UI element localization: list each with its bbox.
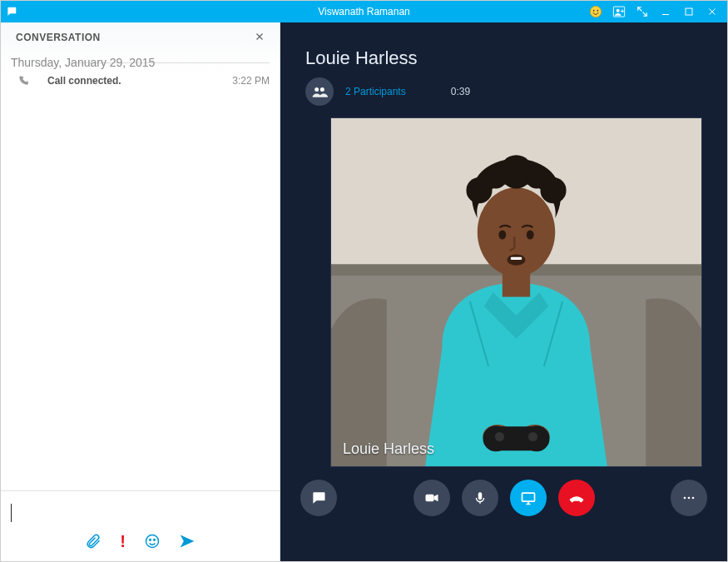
video-overlay-name: Louie Harless (343, 440, 434, 458)
callee-name: Louie Harless (305, 47, 727, 69)
svg-point-23 (498, 230, 506, 239)
callee-header: Louie Harless (280, 22, 727, 69)
svg-point-10 (314, 87, 319, 92)
video-button[interactable] (414, 480, 450, 516)
svg-rect-36 (522, 493, 534, 501)
video-frame: Louie Harless (330, 117, 702, 467)
svg-point-2 (597, 10, 598, 12)
svg-point-8 (149, 540, 151, 541)
importance-icon[interactable]: ! (120, 533, 126, 550)
phone-icon (11, 75, 36, 87)
call-timer: 0:39 (451, 86, 470, 97)
participants-link[interactable]: 2 Participants (345, 86, 406, 97)
text-cursor (11, 504, 12, 522)
video-placeholder-illustration (331, 118, 701, 466)
conversation-item: Call connected. 3:22 PM (1, 68, 280, 93)
svg-point-11 (320, 87, 324, 92)
minimize-icon[interactable] (659, 5, 672, 18)
mic-button[interactable] (462, 480, 498, 516)
call-controls (280, 467, 727, 529)
svg-point-1 (593, 10, 595, 12)
chat-bubble-icon (1, 6, 22, 17)
video-panel: Louie Harless 2 Participants 0:39 (280, 22, 727, 561)
svg-rect-26 (511, 257, 522, 260)
conversation-date: Thursday, January 29, 2015 (1, 47, 280, 68)
conversation-title: CONVERSATION (16, 32, 101, 43)
conversation-header: CONVERSATION (1, 22, 280, 47)
svg-rect-5 (662, 14, 669, 15)
svg-rect-6 (686, 8, 692, 15)
svg-point-4 (617, 9, 620, 12)
svg-point-38 (688, 497, 691, 500)
app-window: Viswanath Ramanan C (0, 0, 728, 562)
svg-point-7 (146, 535, 158, 548)
emoji-outline-icon[interactable] (144, 533, 161, 550)
participants-button[interactable] (305, 77, 334, 106)
close-conversation-icon[interactable] (255, 31, 265, 44)
svg-point-21 (485, 167, 508, 189)
compose-area: ! (1, 490, 280, 561)
svg-point-33 (528, 432, 537, 441)
svg-point-39 (692, 497, 695, 500)
more-button[interactable] (671, 480, 707, 516)
svg-point-9 (153, 540, 155, 541)
conversation-panel: CONVERSATION Thursday, January 29, 2015 … (1, 22, 280, 561)
compose-toolbar: ! (11, 528, 270, 558)
conversation-spacer (1, 93, 280, 490)
conversation-date-text: Thursday, January 29, 2015 (11, 56, 155, 69)
svg-point-0 (590, 6, 601, 17)
svg-rect-35 (478, 492, 482, 500)
hangup-button[interactable] (558, 480, 595, 516)
svg-point-22 (526, 167, 548, 189)
fullscreen-icon[interactable] (636, 5, 649, 18)
svg-point-24 (527, 230, 534, 239)
conversation-item-time: 3:22 PM (232, 75, 270, 87)
emoji-icon[interactable] (589, 5, 602, 18)
svg-rect-34 (425, 495, 433, 501)
participants-row: 2 Participants 0:39 (305, 77, 727, 106)
send-icon[interactable] (179, 533, 196, 550)
titlebar: Viswanath Ramanan (1, 1, 727, 22)
close-icon[interactable] (706, 5, 719, 18)
svg-point-37 (684, 497, 686, 500)
maximize-icon[interactable] (682, 5, 696, 18)
window-controls (589, 5, 727, 18)
paperclip-icon[interactable] (85, 533, 102, 550)
main-body: CONVERSATION Thursday, January 29, 2015 … (1, 22, 727, 561)
conversation-item-text: Call connected. (36, 75, 232, 87)
add-contact-icon[interactable] (612, 5, 626, 18)
message-input[interactable] (11, 498, 270, 528)
present-button[interactable] (510, 480, 547, 516)
im-button[interactable] (300, 480, 337, 516)
svg-point-32 (495, 432, 504, 441)
